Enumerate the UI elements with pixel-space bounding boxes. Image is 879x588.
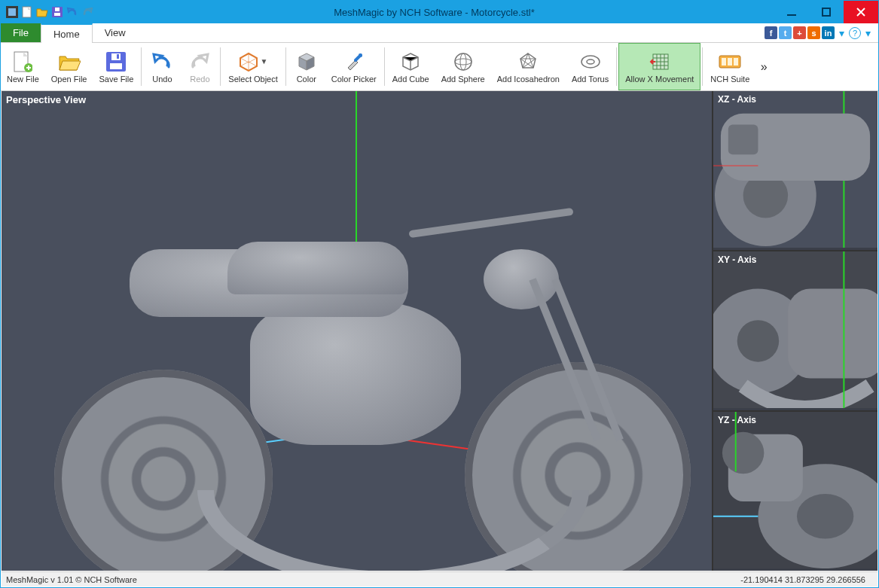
xy-render (713, 251, 877, 408)
side-viewports: XZ - Axis XY - Axis (712, 91, 877, 571)
linkedin-icon[interactable]: in (822, 26, 835, 39)
svg-rect-42 (728, 125, 758, 155)
nch-suite-icon (719, 49, 741, 75)
close-button[interactable] (844, 1, 878, 23)
sphere-wire-icon (453, 49, 473, 75)
chevron-down-icon: ▼ (261, 57, 268, 66)
cube-shaded-icon (298, 49, 316, 75)
model-handlebar (408, 208, 573, 239)
svg-point-26 (455, 59, 472, 65)
yz-viewport[interactable]: YZ - Axis (713, 412, 877, 571)
xz-label: XZ - Axis (718, 94, 756, 105)
svg-rect-33 (722, 58, 726, 66)
qat-redo-icon[interactable] (81, 5, 94, 19)
quick-access-toolbar (1, 5, 94, 19)
svg-rect-34 (728, 58, 732, 66)
redo-icon (188, 49, 211, 75)
svg-rect-35 (734, 58, 738, 66)
minimize-button[interactable] (774, 1, 809, 23)
grid-x-icon (649, 49, 670, 75)
perspective-label: Perspective View (6, 94, 86, 105)
home-tab[interactable]: Home (41, 23, 93, 43)
social-bar: f t + s in ▾ ? ▾ (765, 23, 878, 42)
help-dropdown-icon[interactable]: ▾ (862, 27, 874, 39)
svg-point-27 (460, 53, 466, 70)
add-torus-button[interactable]: Add Torus (566, 43, 615, 90)
file-tab[interactable]: File (1, 23, 41, 42)
eyedropper-icon (344, 49, 364, 75)
facebook-icon[interactable]: f (765, 26, 777, 39)
perspective-viewport[interactable]: Perspective View (2, 91, 712, 571)
svg-point-53 (722, 432, 764, 474)
xy-viewport[interactable]: XY - Axis (713, 251, 877, 412)
nch-suite-button[interactable]: NCH Suite (704, 43, 755, 90)
cube-wire-icon (401, 49, 420, 75)
qat-save-icon[interactable] (50, 5, 64, 19)
redo-button[interactable]: Redo (181, 43, 218, 90)
svg-rect-6 (54, 13, 60, 16)
maximize-button[interactable] (809, 1, 844, 23)
view-tab[interactable]: View (93, 23, 139, 42)
google-plus-icon[interactable]: + (793, 26, 806, 39)
add-sphere-button[interactable]: Add Sphere (435, 43, 491, 90)
allow-x-movement-button[interactable]: Allow X Movement (618, 43, 700, 90)
svg-marker-4 (37, 9, 47, 17)
color-picker-button[interactable]: Color Picker (325, 43, 383, 90)
ribbon-separator (384, 47, 385, 86)
xz-viewport[interactable]: XZ - Axis (713, 91, 877, 251)
svg-rect-47 (788, 289, 877, 379)
svg-rect-23 (359, 53, 362, 57)
twitter-icon[interactable]: t (779, 26, 792, 39)
svg-point-25 (455, 53, 472, 70)
ribbon: New File Open File Save File Undo Redo ▼… (1, 43, 878, 91)
ribbon-overflow-button[interactable]: » (755, 43, 772, 90)
add-icosahedron-button[interactable]: Add Icosahedron (491, 43, 566, 90)
qat-new-icon[interactable] (20, 5, 34, 19)
titlebar: MeshMagic by NCH Software - Motorcycle.s… (1, 1, 878, 23)
model-headlight (484, 249, 559, 309)
ribbon-separator (220, 47, 221, 86)
ribbon-separator (702, 47, 703, 86)
help-icon[interactable]: ? (849, 27, 861, 39)
svg-rect-7 (55, 8, 60, 11)
window-title: MeshMagic by NCH Software - Motorcycle.s… (94, 7, 774, 18)
open-folder-icon (58, 49, 81, 75)
yz-render (713, 412, 877, 568)
select-object-icon: ▼ (239, 49, 268, 75)
share-icon[interactable]: s (807, 26, 820, 39)
svg-rect-18 (117, 54, 119, 59)
svg-point-51 (797, 494, 853, 538)
qat-open-icon[interactable] (35, 5, 49, 19)
new-file-button[interactable]: New File (1, 43, 45, 90)
xz-render (713, 91, 877, 248)
ribbon-separator (616, 47, 617, 86)
svg-rect-9 (823, 8, 830, 16)
select-object-button[interactable]: ▼ Select Object (222, 43, 283, 90)
svg-rect-2 (23, 7, 31, 17)
ribbon-separator (285, 47, 286, 86)
qat-undo-icon[interactable] (66, 5, 79, 19)
version-label: MeshMagic v 1.01 © NCH Software (6, 575, 137, 584)
svg-point-46 (737, 320, 779, 361)
social-dropdown-icon[interactable]: ▾ (836, 27, 847, 39)
save-file-button[interactable]: Save File (93, 43, 140, 90)
icosahedron-wire-icon (518, 49, 538, 75)
xy-label: XY - Axis (718, 254, 756, 265)
svg-rect-16 (110, 63, 122, 69)
ribbon-tabstrip: File Home View f t + s in ▾ ? ▾ (1, 23, 878, 43)
new-file-icon (13, 49, 32, 75)
torus-wire-icon (580, 49, 601, 75)
color-button[interactable]: Color (288, 43, 325, 90)
svg-rect-1 (8, 8, 16, 16)
add-cube-button[interactable]: Add Cube (386, 43, 435, 90)
ribbon-separator (141, 47, 142, 86)
app-icon (5, 5, 19, 19)
svg-rect-8 (787, 14, 796, 16)
open-file-button[interactable]: Open File (45, 43, 93, 90)
undo-button[interactable]: Undo (143, 43, 181, 90)
svg-point-30 (587, 59, 594, 64)
model-exhaust (197, 490, 589, 571)
yz-label: YZ - Axis (718, 415, 756, 425)
undo-icon (151, 49, 173, 75)
svg-rect-17 (111, 53, 121, 60)
